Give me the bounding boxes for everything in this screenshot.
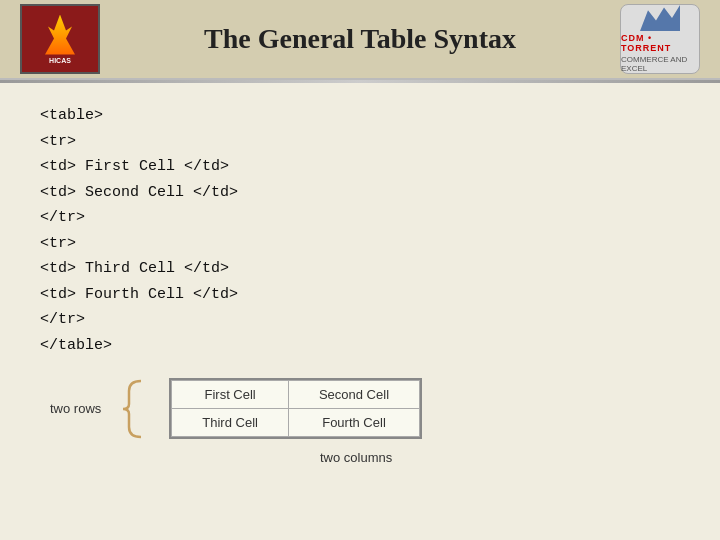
code-line-4: <td> Second Cell </td> [40, 180, 680, 206]
flame-icon [45, 15, 75, 55]
table-row: First Cell Second Cell [172, 381, 420, 409]
cell-r1c2: Second Cell [288, 381, 419, 409]
code-line-10: </table> [40, 333, 680, 359]
cdm-label: CDM • TORRENT [621, 33, 699, 53]
two-columns-label: two columns [320, 450, 392, 465]
code-line-3: <td> First Cell </td> [40, 154, 680, 180]
cdm-torrent-logo: CDM • TORRENT COMMERCE AND EXCEL [620, 4, 700, 74]
demo-table: First Cell Second Cell Third Cell Fourth… [171, 380, 420, 437]
torrent-icon [640, 5, 680, 31]
two-rows-label: two rows [50, 401, 101, 416]
demo-table-wrapper: First Cell Second Cell Third Cell Fourth… [169, 378, 422, 439]
code-line-2: <tr> [40, 129, 680, 155]
code-line-8: <td> Fourth Cell </td> [40, 282, 680, 308]
code-line-5: </tr> [40, 205, 680, 231]
curly-brace-icon [121, 379, 149, 439]
code-line-9: </tr> [40, 307, 680, 333]
code-line-1: <table> [40, 103, 680, 129]
main-content: <table> <tr> <td> First Cell </td> <td> … [0, 83, 720, 488]
code-block: <table> <tr> <td> First Cell </td> <td> … [40, 103, 680, 358]
page-title: The General Table Syntax [100, 23, 620, 55]
cell-r1c1: First Cell [172, 381, 289, 409]
bottom-bar: two columns 6 [40, 447, 680, 468]
cell-r2c2: Fourth Cell [288, 409, 419, 437]
cdm-subtitle: COMMERCE AND EXCEL [621, 55, 699, 73]
hicas-logo: HICAS [20, 4, 100, 74]
code-line-7: <td> Third Cell </td> [40, 256, 680, 282]
demo-area: two rows First Cell Second Cell Third Ce… [40, 378, 680, 439]
header: HICAS The General Table Syntax CDM • TOR… [0, 0, 720, 80]
code-line-6: <tr> [40, 231, 680, 257]
table-row: Third Cell Fourth Cell [172, 409, 420, 437]
cell-r2c1: Third Cell [172, 409, 289, 437]
hicas-label: HICAS [49, 57, 71, 64]
